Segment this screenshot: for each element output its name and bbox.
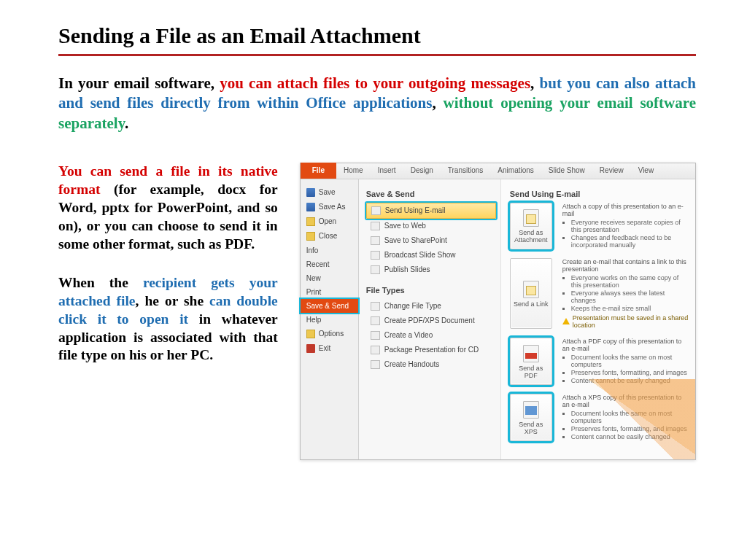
tab-design[interactable]: Design	[403, 163, 441, 179]
item-label: Create Handouts	[384, 360, 440, 368]
file-types-heading: File Types	[366, 286, 496, 295]
close-icon	[306, 232, 315, 241]
backstage-item-label: Info	[306, 246, 319, 254]
exit-icon	[306, 344, 315, 353]
backstage-item-open[interactable]: Open	[301, 214, 358, 229]
file-types-list: Change File TypeCreate PDF/XPS DocumentC…	[366, 299, 496, 372]
item-label: Broadcast Slide Show	[384, 251, 456, 259]
backstage-item-label: New	[306, 274, 321, 282]
warning-icon	[562, 318, 570, 324]
mail-icon	[523, 209, 539, 227]
pdf-icon	[523, 345, 539, 362]
intro-seg-1: In your email software,	[58, 74, 220, 92]
item-icon	[371, 331, 380, 340]
send-option-row: Send a LinkCreate an e-mail that contain…	[510, 258, 689, 329]
backstage-item-new[interactable]: New	[301, 271, 358, 285]
option-bullet: Everyone always sees the latest changes	[571, 289, 689, 304]
send-option-send-as-attachment[interactable]: Send as Attachment	[510, 203, 552, 249]
backstage-item-label: Recent	[306, 260, 330, 268]
backstage-item-label: Options	[319, 330, 344, 338]
option-bullets: Document looks the same on most computer…	[562, 410, 689, 440]
item-label: Save to Web	[384, 222, 426, 230]
send-option-description: Attach a PDF copy of this presentation t…	[562, 338, 689, 385]
save-send-heading: Save & Send	[366, 190, 496, 198]
intro-seg-5: ,	[432, 94, 443, 112]
title-rule	[58, 54, 696, 56]
item-label: Publish Slides	[384, 265, 430, 273]
backstage-item-save[interactable]: Save	[301, 185, 358, 200]
item-icon	[371, 236, 380, 245]
save-send-column: Save & Send Send Using E-mailSave to Web…	[359, 179, 501, 459]
send-option-label: Send as XPS	[512, 421, 550, 435]
send-option-send-as-xps[interactable]: Send as XPS	[510, 394, 552, 441]
option-bullet: Content cannot be easily changed	[571, 377, 689, 384]
tab-animations[interactable]: Animations	[490, 163, 541, 179]
mail-icon	[523, 281, 539, 298]
tab-transitions[interactable]: Transitions	[441, 163, 491, 179]
item-icon	[371, 346, 380, 354]
backstage-item-print[interactable]: Print	[301, 285, 358, 299]
save-send-item-package-presentation-for-cd[interactable]: Package Presentation for CD	[366, 343, 496, 357]
tab-home[interactable]: Home	[336, 163, 371, 179]
option-bullet: Document looks the same on most computer…	[571, 354, 689, 368]
send-option-send-a-link[interactable]: Send a Link	[510, 258, 552, 329]
send-option-label: Send as Attachment	[512, 229, 550, 244]
save-send-item-publish-slides[interactable]: Publish Slides	[366, 262, 496, 277]
save-send-item-create-a-video[interactable]: Create a Video	[366, 328, 496, 343]
item-label: Create PDF/XPS Document	[384, 316, 475, 324]
option-bullet: Preserves fonts, formatting, and images	[571, 425, 689, 432]
save-send-item-create-handouts[interactable]: Create Handouts	[366, 357, 496, 372]
item-label: Send Using E-mail	[385, 206, 446, 214]
option-bullet: Everyone receives separate copies of thi…	[571, 219, 689, 233]
send-option-label: Send a Link	[514, 300, 549, 308]
option-bullet: Changes and feedback need to be incorpor…	[571, 234, 689, 249]
save-send-item-broadcast-slide-show[interactable]: Broadcast Slide Show	[366, 248, 496, 262]
backstage-item-close[interactable]: Close	[301, 229, 358, 244]
tab-slide-show[interactable]: Slide Show	[541, 163, 592, 179]
save-send-item-save-to-sharepoint[interactable]: Save to SharePoint	[366, 233, 496, 248]
backstage-item-exit[interactable]: Exit	[301, 341, 358, 356]
backstage-item-help[interactable]: Help	[301, 313, 358, 327]
save-send-item-save-to-web[interactable]: Save to Web	[366, 219, 496, 233]
item-icon	[371, 302, 380, 311]
tab-review[interactable]: Review	[592, 163, 631, 179]
saveas-icon	[306, 203, 315, 211]
option-bullets: Everyone receives separate copies of thi…	[562, 219, 689, 249]
save-send-item-send-using-e-mail[interactable]: Send Using E-mail	[366, 203, 496, 219]
page-title: Sending a File as an Email Attachment	[58, 23, 696, 48]
send-using-email-heading: Send Using E-mail	[510, 190, 689, 198]
send-using-email-panel: Send Using E-mail Send as AttachmentAtta…	[501, 179, 695, 459]
save-icon	[306, 188, 315, 197]
backstage-item-save-send[interactable]: Save & Send	[301, 299, 358, 313]
intro-seg-3: ,	[530, 74, 539, 92]
item-icon	[371, 360, 380, 369]
backstage-item-save-as[interactable]: Save As	[301, 200, 358, 214]
intro-paragraph: In your email software, you can attach f…	[58, 74, 696, 133]
save-send-item-change-file-type[interactable]: Change File Type	[366, 299, 496, 314]
tab-insert[interactable]: Insert	[371, 163, 403, 179]
save-send-item-create-pdf-xps-document[interactable]: Create PDF/XPS Document	[366, 314, 496, 328]
option-bullet: Content cannot be easily changed	[571, 433, 689, 440]
backstage-item-label: Help	[306, 316, 322, 324]
send-option-row: Send as PDFAttach a PDF copy of this pre…	[510, 338, 689, 385]
opt-icon	[306, 330, 315, 338]
send-option-send-as-pdf[interactable]: Send as PDF	[510, 338, 552, 385]
open-icon	[306, 217, 315, 226]
backstage-item-recent[interactable]: Recent	[301, 257, 358, 271]
tab-view[interactable]: View	[631, 163, 662, 179]
backstage-item-label: Open	[319, 217, 336, 225]
option-lead: Attach a PDF copy of this presentation t…	[562, 338, 689, 352]
backstage-item-options[interactable]: Options	[301, 327, 358, 341]
send-option-row: Send as AttachmentAttach a copy of this …	[510, 203, 689, 249]
tab-file[interactable]: File	[301, 163, 336, 179]
backstage-nav: SaveSave AsOpenCloseInfoRecentNewPrintSa…	[301, 179, 359, 459]
backstage-item-label: Exit	[319, 344, 331, 352]
backstage-item-label: Print	[306, 288, 322, 296]
backstage-item-label: Save	[319, 188, 336, 196]
option-bullet: Everyone works on the same copy of this …	[571, 274, 689, 289]
item-icon	[371, 206, 381, 215]
body-b-3: , he or she	[136, 293, 210, 308]
save-send-list: Send Using E-mailSave to WebSave to Shar…	[366, 203, 496, 277]
option-lead: Attach a copy of this presentation to an…	[562, 203, 689, 217]
backstage-item-info[interactable]: Info	[301, 244, 358, 257]
